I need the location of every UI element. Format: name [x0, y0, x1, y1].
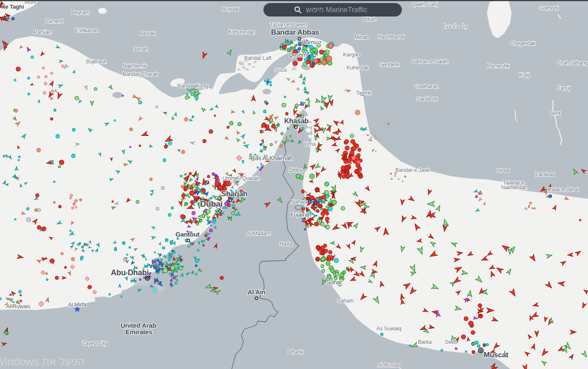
svg-text:Al Madam: Al Madam: [247, 231, 271, 237]
svg-text:Beyram: Beyram: [71, 10, 89, 16]
svg-text:Dibba: Dibba: [289, 167, 302, 173]
svg-text:Al Ruwais: Al Ruwais: [6, 303, 31, 310]
svg-text:Rameshk: Rameshk: [487, 63, 509, 69]
svg-text:Sardasht: Sardasht: [417, 96, 438, 102]
svg-text:Tazian-e-Paeen: Tazian-e-Paeen: [270, 22, 307, 28]
svg-text:ke Taghi: ke Taghi: [2, 3, 24, 10]
svg-text:Dhank: Dhank: [288, 349, 303, 355]
svg-text:Windows הפעל את: Windows הפעל את: [0, 356, 85, 368]
svg-text:Fanuj: Fanuj: [557, 85, 570, 91]
svg-text:Sohar: Sohar: [326, 279, 342, 286]
svg-text:Seerik: Seerik: [356, 90, 371, 96]
svg-text:Nakhlemir: Nakhlemir: [123, 63, 146, 69]
svg-text:As Suwaiq: As Suwaiq: [376, 326, 401, 332]
svg-text:Kotij: Kotij: [519, 72, 529, 78]
svg-text:Kuhestak: Kuhestak: [347, 65, 369, 71]
svg-text:Seeb: Seeb: [445, 339, 457, 345]
svg-text:Lirdaf: Lirdaf: [496, 168, 510, 174]
svg-text:Suza: Suza: [275, 67, 287, 73]
svg-text:Chah Jahangir: Chah Jahangir: [557, 60, 588, 66]
svg-text:Bandar Charak: Bandar Charak: [122, 71, 158, 77]
svg-text:Bikah: Bikah: [363, 16, 377, 22]
svg-text:Jonah: Jonah: [133, 46, 148, 52]
svg-text:Gantout: Gantout: [175, 231, 200, 238]
svg-text:Bandar-e Jask: Bandar-e Jask: [395, 167, 430, 173]
svg-text:Ras Al Khaimah: Ras Al Khaimah: [251, 155, 293, 161]
svg-text:Parsian: Parsian: [34, 29, 52, 35]
svg-text:Kohurestan: Kohurestan: [228, 29, 255, 35]
svg-text:Nahwa: Nahwa: [291, 199, 307, 205]
svg-text:Zayed City: Zayed City: [82, 340, 108, 346]
svg-text:Bandar Kong: Bandar Kong: [177, 83, 208, 89]
svg-text:Bujerash: Bujerash: [86, 59, 107, 65]
svg-text:Bastak: Bastak: [139, 30, 155, 36]
svg-text:Barka: Barka: [418, 339, 432, 345]
svg-text:Bent: Bent: [550, 110, 561, 116]
svg-text:Ruydar: Ruydar: [222, 6, 239, 12]
svg-text:חיפוש MarineTraffic: חיפוש MarineTraffic: [306, 6, 367, 13]
svg-text:Hashtbandi: Hashtbandi: [378, 34, 404, 40]
svg-text:Lima: Lima: [304, 141, 316, 147]
svg-text:Kargan: Kargan: [343, 52, 360, 58]
svg-text:Hatta: Hatta: [280, 241, 292, 247]
svg-text:Lamerd: Lamerd: [45, 18, 63, 24]
svg-text:Al Mirfa: Al Mirfa: [68, 301, 87, 308]
svg-text:Senderk: Senderk: [379, 62, 399, 68]
svg-text:Fujairah: Fujairah: [290, 211, 311, 218]
svg-text:Umm Al Quwain: Umm Al Quwain: [222, 175, 260, 181]
svg-text:Bandar Laft: Bandar Laft: [244, 55, 272, 61]
svg-text:Al Ain: Al Ain: [248, 288, 266, 296]
svg-text:Hormuz: Hormuz: [302, 39, 322, 46]
svg-text:Kalat-e Jahal: Kalat-e Jahal: [548, 187, 578, 193]
svg-text:Abu Dhabi: Abu Dhabi: [111, 268, 148, 277]
svg-text:Al-Rustaq: Al-Rustaq: [378, 362, 401, 368]
svg-text:Muscat: Muscat: [484, 351, 509, 359]
svg-text:Minab: Minab: [354, 34, 368, 40]
svg-text:Darban-e Salah: Darban-e Salah: [411, 59, 448, 65]
svg-text:Sharjah: Sharjah: [221, 190, 247, 198]
svg-text:Chegerdak: Chegerdak: [509, 40, 535, 46]
svg-text:Bandar Abbas: Bandar Abbas: [271, 28, 319, 36]
svg-text:Golmorti: Golmorti: [539, 5, 558, 11]
svg-text:Gowharan: Gowharan: [414, 83, 438, 89]
svg-text:Qaleh Ganj: Qaleh Ganj: [411, 1, 437, 7]
svg-text:Nakhlestan: Nakhlestan: [501, 184, 528, 191]
svg-text:چاه دادخدا: چاه دادخدا: [444, 23, 467, 29]
svg-text:Emirates: Emirates: [125, 328, 152, 336]
svg-text:Khasab: Khasab: [284, 117, 309, 125]
svg-text:Dubai: Dubai: [200, 199, 222, 208]
svg-text:Zarabad: Zarabad: [535, 171, 555, 178]
svg-text:Eshkanan: Eshkanan: [75, 27, 99, 33]
svg-text:Qeshm: Qeshm: [289, 52, 307, 58]
svg-text:Saham: Saham: [337, 298, 354, 304]
